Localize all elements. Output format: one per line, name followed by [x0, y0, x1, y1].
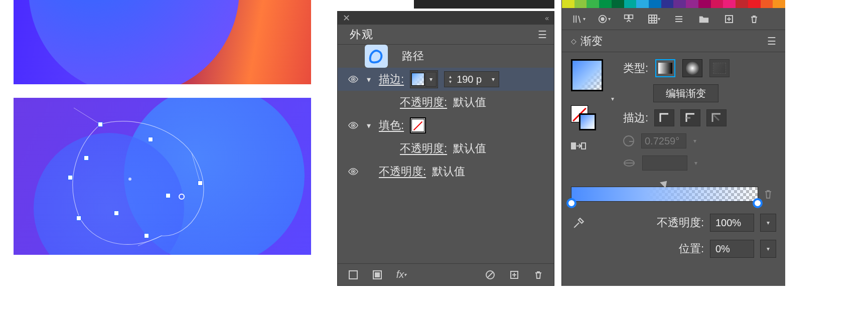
swatch-options-icon[interactable]	[621, 12, 636, 27]
appearance-panel-footer: fx▾	[338, 263, 554, 285]
swatch[interactable]	[574, 0, 587, 8]
close-icon[interactable]: ✕	[343, 13, 350, 24]
location-select[interactable]: 0%	[710, 240, 754, 258]
opacity-select[interactable]: 100%	[710, 214, 754, 232]
canvas-artwork-bottom[interactable]	[14, 98, 311, 255]
swatch[interactable]	[599, 0, 612, 8]
swatch[interactable]	[624, 0, 637, 8]
swatch[interactable]	[686, 0, 698, 8]
anchor-point[interactable]	[68, 175, 73, 180]
anchor-point[interactable]	[76, 216, 81, 221]
stroke-label[interactable]: 描边:	[379, 72, 404, 87]
gradient-expand-icon[interactable]: ◇	[571, 37, 576, 45]
visibility-toggle[interactable]	[348, 166, 359, 177]
stroke-along-button[interactable]	[680, 109, 700, 126]
gradient-stop-right[interactable]	[753, 198, 763, 208]
grid-view-icon[interactable]: ▾	[646, 12, 661, 27]
path-header-row[interactable]: 路径	[338, 45, 554, 68]
stroke-opacity-row[interactable]: 不透明度: 默认值	[338, 91, 554, 114]
object-opacity-row[interactable]: 不透明度: 默认值	[338, 160, 554, 183]
edit-gradient-button[interactable]: 编辑渐变	[653, 84, 718, 102]
library-icon[interactable]: ▾	[571, 12, 586, 27]
radial-gradient-button[interactable]	[682, 59, 702, 77]
no-fill-icon[interactable]	[346, 267, 361, 282]
fx-icon[interactable]: fx▾	[394, 267, 409, 282]
anchor-point[interactable]	[148, 137, 153, 142]
swatch[interactable]	[761, 0, 773, 8]
anchor-point[interactable]	[98, 122, 103, 127]
visibility-toggle[interactable]	[348, 120, 359, 131]
delete-stop-icon[interactable]	[763, 189, 776, 200]
duplicate-icon[interactable]	[507, 267, 522, 282]
swatch[interactable]	[698, 0, 711, 8]
gradient-preset-dropdown[interactable]: ▾	[611, 95, 614, 102]
collapse-icon[interactable]: «	[545, 14, 549, 22]
clear-appearance-icon[interactable]	[483, 267, 498, 282]
new-swatch-icon[interactable]	[721, 12, 737, 27]
angle-input[interactable]: 0.7259°	[641, 133, 686, 148]
visibility-toggle[interactable]	[348, 74, 359, 85]
opacity-label[interactable]: 不透明度:	[379, 164, 426, 179]
gradient-slider-track[interactable]	[571, 187, 758, 202]
opacity-dropdown[interactable]: ▾	[760, 214, 776, 232]
swatch[interactable]	[736, 0, 748, 8]
gradient-tab[interactable]: 渐变	[581, 34, 603, 49]
stroke-color-dropdown[interactable]: ▾	[425, 72, 437, 87]
list-view-icon[interactable]	[671, 12, 686, 27]
linear-gradient-button[interactable]	[655, 59, 675, 77]
swatches-strip[interactable]	[562, 0, 785, 8]
delete-swatch-icon[interactable]	[747, 12, 762, 27]
fill-gradient-swatch[interactable]	[571, 59, 603, 91]
aspect-input[interactable]	[642, 155, 687, 171]
stroke-color-swatch[interactable]	[411, 73, 424, 86]
stroke-width-input[interactable]	[456, 74, 488, 85]
freeform-gradient-button[interactable]	[709, 59, 730, 77]
expand-caret[interactable]: ▾	[365, 121, 373, 130]
anchor-point[interactable]	[114, 211, 119, 216]
gradient-midpoint[interactable]	[660, 178, 670, 188]
panel-titlebar[interactable]: ✕ «	[338, 12, 554, 25]
stroke-width-dropdown[interactable]: ▾	[488, 72, 499, 87]
stroke-width-stepper[interactable]: ▴▾ ▾	[444, 71, 499, 87]
panel-menu-icon[interactable]: ☰	[538, 29, 547, 41]
stroke-across-button[interactable]	[706, 109, 727, 126]
fill-color-swatch-none[interactable]	[411, 119, 424, 132]
trash-icon[interactable]	[531, 267, 546, 282]
expand-caret[interactable]: ▾	[365, 75, 373, 84]
opacity-label[interactable]: 不透明度:	[400, 141, 447, 156]
gradient-stop-left[interactable]	[566, 198, 576, 208]
swatch[interactable]	[711, 0, 724, 8]
swatch[interactable]	[587, 0, 599, 8]
swatch[interactable]	[661, 0, 674, 8]
swatch[interactable]	[773, 0, 785, 8]
anchor-point[interactable]	[166, 193, 171, 198]
fill-opacity-row[interactable]: 不透明度: 默认值	[338, 137, 554, 160]
anchor-point[interactable]	[84, 155, 89, 161]
stroke-proxy-gradient[interactable]	[579, 113, 596, 130]
eyedropper-icon[interactable]	[571, 215, 587, 231]
swatch[interactable]	[673, 0, 686, 8]
fill-row[interactable]: ▾ 填色:	[338, 114, 554, 137]
reverse-gradient-icon[interactable]	[571, 138, 586, 153]
anchor-point[interactable]	[198, 181, 203, 186]
swatch[interactable]	[562, 0, 574, 8]
swatch[interactable]	[723, 0, 736, 8]
solid-fill-icon[interactable]	[370, 267, 385, 282]
new-group-icon[interactable]	[696, 12, 711, 27]
swatch[interactable]	[748, 0, 761, 8]
opacity-label[interactable]: 不透明度:	[400, 95, 447, 110]
stepper-arrows-icon[interactable]: ▴▾	[445, 74, 456, 84]
gradient-slider[interactable]	[571, 187, 776, 202]
swatch[interactable]	[636, 0, 649, 8]
fill-label[interactable]: 填色:	[379, 118, 404, 133]
stroke-label: 描边:	[623, 110, 648, 125]
show-swatch-kinds-icon[interactable]: ▾	[596, 12, 611, 27]
stroke-row[interactable]: ▾ 描边: ▾ ▴▾ ▾	[338, 68, 554, 91]
appearance-tab[interactable]: 外观	[350, 27, 374, 42]
stroke-within-button[interactable]	[654, 109, 674, 126]
location-dropdown[interactable]: ▾	[760, 240, 776, 258]
panel-menu-icon[interactable]: ☰	[767, 35, 776, 47]
anchor-point[interactable]	[144, 233, 149, 238]
swatch[interactable]	[612, 0, 624, 8]
swatch[interactable]	[649, 0, 661, 8]
